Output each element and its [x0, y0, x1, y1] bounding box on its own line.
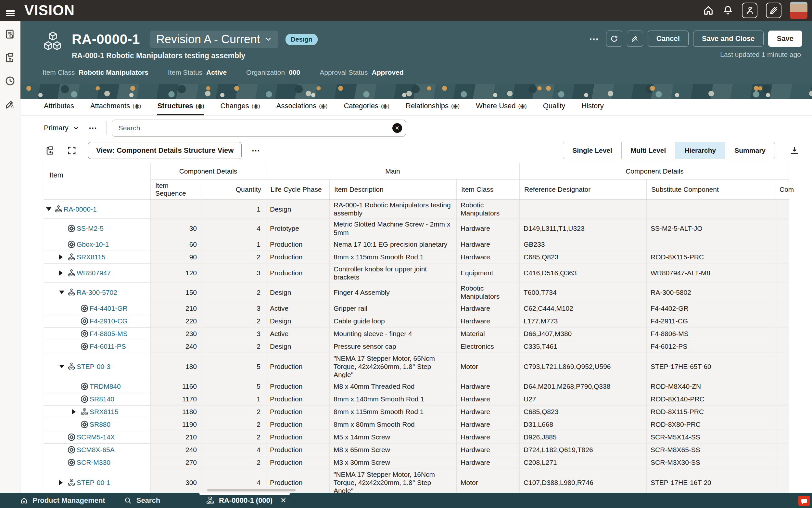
- revision-dropdown[interactable]: Revision A - Current: [150, 31, 278, 48]
- clipboard-upload-icon[interactable]: [5, 52, 15, 63]
- search-input[interactable]: [112, 120, 406, 136]
- tab-changes[interactable]: Changes (◉): [221, 102, 260, 115]
- highlight-button[interactable]: [627, 31, 643, 47]
- expand-toggle[interactable]: [46, 207, 55, 211]
- cancel-button[interactable]: Cancel: [648, 31, 688, 47]
- table-row[interactable]: F4-8805-MS 230 3 Active Mounting sleeve …: [44, 328, 789, 340]
- column-header-substitute-component[interactable]: Substitute Component: [647, 180, 775, 199]
- table-row[interactable]: WR807947 120 3 Production Controller kno…: [44, 264, 789, 283]
- segment-multi-level[interactable]: Multi Level: [621, 142, 675, 159]
- structure-filter-row: Primary ⋯ ✕: [20, 118, 812, 138]
- table-row[interactable]: SCM8X-65A 240 4 Production M8 x 65mm Scr…: [44, 443, 789, 456]
- item-link[interactable]: F4-6011-PS: [90, 342, 126, 350]
- expand-toggle[interactable]: [59, 254, 67, 260]
- close-tab-icon[interactable]: ✕: [280, 496, 286, 505]
- tab-quality[interactable]: Quality: [543, 102, 565, 115]
- table-row[interactable]: SRX8115 90 2 Production 8mm x 115mm Smoo…: [44, 251, 789, 264]
- item-link[interactable]: SCR-M330: [77, 458, 110, 466]
- item-link[interactable]: STEP-00-3: [77, 363, 110, 371]
- column-header-item-sequence[interactable]: Item Sequence: [150, 180, 202, 199]
- view-selector-button[interactable]: View: Component Details Structure View: [88, 142, 242, 159]
- taskbar-search[interactable]: Search: [124, 496, 160, 505]
- tab-where-used[interactable]: Where Used (◉): [476, 102, 526, 115]
- tab-history[interactable]: History: [581, 102, 604, 115]
- clear-search-icon[interactable]: ✕: [392, 123, 402, 133]
- table-row[interactable]: TRDM840 1160 5 Production M8 x 40mm Thre…: [44, 380, 789, 393]
- expand-all-button[interactable]: [65, 144, 78, 157]
- item-link[interactable]: Gbox-10-1: [77, 240, 109, 248]
- expand-toggle[interactable]: [59, 365, 67, 368]
- taskbar-product-management[interactable]: Product Management: [20, 496, 105, 505]
- item-link[interactable]: SR8140: [90, 395, 114, 403]
- table-row[interactable]: F4-2910-CG 220 2 Design Cable guide loop…: [44, 315, 789, 328]
- toolbar-overflow-menu[interactable]: ⋯: [251, 145, 260, 156]
- item-link[interactable]: SRX8115: [90, 408, 118, 416]
- column-header-item-description[interactable]: Item Description: [329, 180, 456, 199]
- horizontal-scrollbar-thumb[interactable]: [207, 489, 296, 492]
- taskbar-active-tab[interactable]: RA-0000-1 (000) ✕: [181, 493, 295, 508]
- item-link[interactable]: F4-8805-MS: [90, 330, 128, 338]
- table-row[interactable]: SCR-M330 270 2 Production M3 x 30mm Scre…: [44, 456, 789, 469]
- home-icon[interactable]: [703, 5, 714, 16]
- tab-associations[interactable]: Associations (◉): [276, 102, 328, 115]
- item-link[interactable]: SCM8X-65A: [77, 446, 115, 454]
- column-header-quantity[interactable]: Quantity: [202, 180, 266, 199]
- hamburger-menu-icon[interactable]: [0, 9, 20, 12]
- item-link[interactable]: WR807947: [77, 269, 111, 277]
- table-row[interactable]: RA-0000-1 1 Design RA-000-1 Robotic Mani…: [44, 200, 789, 219]
- item-link[interactable]: SRX8115: [77, 253, 105, 261]
- table-row[interactable]: STEP-00-3 180 5 Production "NEMA 17 Step…: [44, 353, 789, 381]
- item-link[interactable]: RA-0000-1: [64, 205, 97, 213]
- expand-toggle[interactable]: [59, 480, 67, 485]
- item-link[interactable]: SR880: [90, 420, 110, 428]
- expand-toggle[interactable]: [59, 270, 67, 276]
- table-row[interactable]: SR8140 1170 1 Production 8mm x 140mm Smo…: [44, 393, 789, 406]
- column-header-life-cycle-phase[interactable]: Life Cycle Phase: [266, 180, 329, 199]
- item-link[interactable]: TRDM840: [90, 382, 121, 390]
- tab-attachments[interactable]: Attachments (◉): [90, 102, 141, 115]
- expand-toggle[interactable]: [59, 291, 67, 294]
- item-link[interactable]: STEP-00-1: [77, 478, 110, 486]
- feedback-chat-badge[interactable]: [798, 496, 810, 506]
- item-search-icon[interactable]: [5, 29, 15, 40]
- flashlight-icon[interactable]: [5, 99, 15, 110]
- expand-toggle[interactable]: [72, 409, 81, 414]
- column-header-reference-designator[interactable]: Reference Designator: [519, 180, 647, 199]
- table-row[interactable]: F4-6011-PS 240 2 Design Pressure sensor …: [44, 340, 789, 353]
- table-row[interactable]: F4-4401-GR 210 3 Active Gripper rail Har…: [44, 302, 789, 315]
- segment-summary[interactable]: Summary: [725, 142, 775, 159]
- header-overflow-menu[interactable]: ⋯: [587, 33, 602, 45]
- annotation-off-icon[interactable]: [766, 3, 781, 18]
- export-button[interactable]: [788, 144, 801, 157]
- column-header-truncated[interactable]: Com: [775, 180, 789, 199]
- table-row[interactable]: SR880 1190 2 Production 8mm x 80mm Smoot…: [44, 418, 789, 431]
- table-row[interactable]: SS-M2-5 30 4 Prototype Metric Slotted Ma…: [44, 219, 789, 238]
- structure-overflow-menu[interactable]: ⋯: [89, 123, 98, 133]
- notifications-bell-icon[interactable]: [722, 5, 733, 16]
- segment-hierarchy[interactable]: Hierarchy: [675, 142, 725, 159]
- item-link[interactable]: SCRM5-14X: [77, 433, 115, 441]
- item-link[interactable]: RA-300-5702: [77, 288, 117, 296]
- structure-name-dropdown[interactable]: Primary: [44, 124, 79, 132]
- tab-attributes[interactable]: Attributes: [44, 102, 74, 115]
- item-link[interactable]: F4-4401-GR: [90, 304, 128, 312]
- table-row[interactable]: Gbox-10-1 60 1 Production Nema 17 10:1 E…: [44, 238, 789, 251]
- tab-categories[interactable]: Categories (◉): [344, 102, 389, 115]
- history-icon[interactable]: [5, 75, 15, 86]
- user-avatar[interactable]: [790, 2, 807, 19]
- table-row[interactable]: STEP-00-1 300 4 Production "NEMA 17 Step…: [44, 469, 789, 497]
- item-link[interactable]: F4-2910-CG: [90, 317, 128, 325]
- column-header-item-class[interactable]: Item Class: [456, 180, 519, 199]
- segment-single-level[interactable]: Single Level: [563, 142, 621, 159]
- table-row[interactable]: SRX8115 1180 2 Production 8mm x 115mm Sm…: [44, 406, 789, 418]
- paste-component-button[interactable]: [44, 144, 57, 157]
- table-row[interactable]: SCRM5-14X 210 2 Production M5 x 14mm Scr…: [44, 431, 789, 443]
- tab-structures[interactable]: Structures (◉): [157, 102, 204, 115]
- refresh-button[interactable]: [606, 31, 622, 47]
- save-and-close-button[interactable]: Save and Close: [693, 31, 764, 47]
- tab-relationships[interactable]: Relationships (◉): [406, 102, 460, 115]
- assistant-toggle-icon[interactable]: [742, 3, 757, 18]
- save-button[interactable]: Save: [768, 31, 802, 47]
- item-link[interactable]: SS-M2-5: [77, 224, 104, 232]
- table-row[interactable]: RA-300-5702 150 2 Design Finger 4 Assemb…: [44, 283, 789, 302]
